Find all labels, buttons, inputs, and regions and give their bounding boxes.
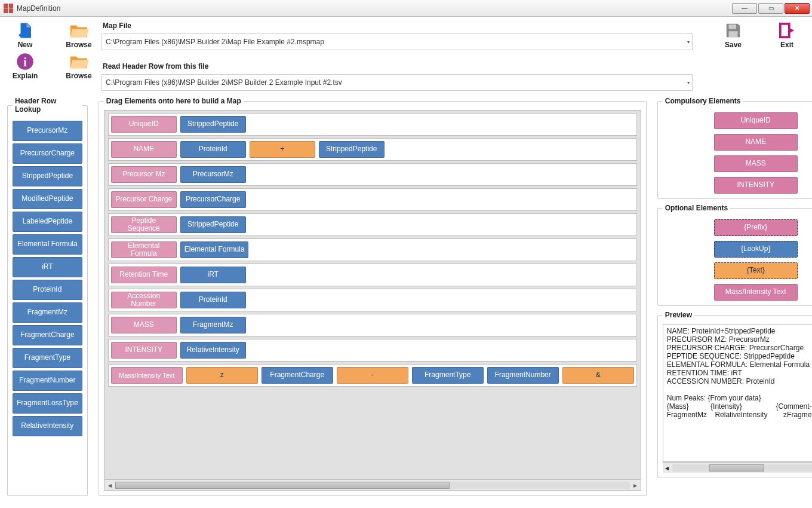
lookup-item[interactable]: LabeledPeptide	[13, 212, 82, 232]
map-element[interactable]: StrippedPeptide	[180, 116, 246, 133]
map-element[interactable]: UniqueID	[111, 116, 177, 133]
map-element[interactable]: Precursor Mz	[111, 166, 177, 183]
map-element[interactable]: StrippedPeptide	[319, 141, 385, 158]
lookup-item[interactable]: PrecursorMz	[13, 121, 82, 141]
svg-rect-2	[729, 25, 737, 29]
map-element[interactable]: iRT	[180, 267, 246, 283]
lookup-item[interactable]: iRT	[13, 257, 82, 277]
map-element[interactable]: MASS	[111, 317, 177, 333]
optional-panel: Optional Elements {Prefix}{LookUp}{Text}…	[657, 204, 812, 306]
compulsory-panel: Compulsory Elements UniqueIDNAMEMASSINTE…	[657, 97, 812, 199]
compulsory-element[interactable]: NAME	[714, 134, 798, 151]
chevron-down-icon: ▾	[687, 80, 690, 85]
lookup-item[interactable]: FragmentLossType	[13, 393, 82, 414]
map-row[interactable]: Peptide SequenceStrippedPeptide	[108, 213, 637, 236]
map-file-label: Map File	[103, 22, 693, 30]
browse-map-button[interactable]: Browse	[61, 22, 97, 49]
optional-element[interactable]: {LookUp}	[714, 241, 798, 258]
preview-text: NAME: ProteinId+StrippedPeptide PRECURSO…	[663, 324, 812, 462]
save-button[interactable]: Save	[715, 22, 751, 49]
map-element[interactable]: PrecursorMz	[180, 166, 246, 183]
map-row[interactable]: NAMEProteinId+StrippedPeptide	[108, 138, 637, 161]
folder-open-icon	[68, 53, 90, 71]
map-element[interactable]: &	[562, 367, 634, 384]
map-row[interactable]: MASSFragmentMz	[108, 314, 637, 336]
preview-scrollbar[interactable]: ◂ ▸	[663, 462, 812, 473]
map-element[interactable]: StrippedPeptide	[180, 216, 246, 233]
lookup-item[interactable]: ProteinId	[13, 280, 82, 300]
map-scrollbar[interactable]: ◂▸	[104, 479, 641, 490]
map-element[interactable]: Accession Number	[111, 292, 177, 308]
header-lookup-panel: Header Row Lookup PrecursorMzPrecursorCh…	[7, 97, 88, 496]
window-title: MapDefinition	[17, 4, 60, 13]
map-element[interactable]: Precursor Charge	[111, 191, 177, 208]
explain-button[interactable]: i Explain	[7, 53, 43, 80]
minimize-button[interactable]: —	[732, 3, 757, 14]
preview-panel: Preview NAME: ProteinId+StrippedPeptide …	[657, 311, 812, 478]
map-row[interactable]: INTENSITYRelativeIntensity	[108, 339, 637, 362]
folder-open-icon	[68, 22, 90, 39]
map-element[interactable]: +	[250, 141, 315, 158]
map-element[interactable]: RelativeIntensity	[180, 342, 246, 359]
svg-text:i: i	[23, 56, 27, 69]
map-element[interactable]: ProteinId	[180, 141, 246, 158]
app-icon	[4, 4, 13, 13]
map-element[interactable]: Retention Time	[111, 267, 177, 283]
browse-header-button[interactable]: Browse	[61, 53, 97, 80]
lookup-item[interactable]: FragmentCharge	[13, 325, 82, 345]
compulsory-element[interactable]: UniqueID	[714, 112, 798, 129]
optional-element[interactable]: Mass/Intensity Text	[714, 284, 798, 301]
svg-rect-3	[729, 31, 738, 37]
lookup-item[interactable]: StrippedPeptide	[13, 166, 82, 186]
exit-icon	[776, 22, 798, 39]
lookup-item[interactable]: ModifiedPeptide	[13, 189, 82, 209]
save-icon	[722, 22, 744, 39]
map-element[interactable]: Mass/Intensity Text	[111, 367, 183, 384]
header-file-combo[interactable]: C:\Program Files (x86)\MSP Builder 2\MSP…	[102, 74, 693, 91]
map-element[interactable]: Elemental Formula	[180, 241, 249, 258]
map-element[interactable]: FragmentType	[412, 367, 484, 384]
map-element[interactable]: Peptide Sequence	[111, 216, 177, 233]
map-row[interactable]: Precursor MzPrecursorMz	[108, 163, 637, 186]
lookup-item[interactable]: FragmentNumber	[13, 371, 82, 391]
lookup-item[interactable]: FragmentMz	[13, 302, 82, 323]
maximize-button[interactable]: ▭	[758, 3, 783, 14]
exit-button[interactable]: Exit	[769, 22, 805, 49]
map-element[interactable]: FragmentCharge	[262, 367, 333, 384]
map-row[interactable]: Accession NumberProteinId	[108, 289, 637, 311]
map-row[interactable]: Precursor ChargePrecursorCharge	[108, 188, 637, 211]
map-row[interactable]: Mass/Intensity TextzFragmentCharge-Fragm…	[108, 364, 637, 387]
file-new-icon	[14, 22, 36, 39]
info-icon: i	[14, 53, 36, 71]
map-element[interactable]: FragmentMz	[180, 317, 246, 333]
map-file-combo[interactable]: C:\Program Files (x86)\MSP Builder 2\Map…	[102, 33, 693, 50]
map-element[interactable]: z	[186, 367, 258, 384]
chevron-down-icon: ▾	[687, 39, 690, 45]
map-element[interactable]: NAME	[111, 141, 177, 158]
optional-element[interactable]: {Text}	[714, 262, 798, 279]
map-element[interactable]: INTENSITY	[111, 342, 177, 359]
lookup-item[interactable]: RelativeIntensity	[13, 416, 82, 436]
map-row[interactable]: Retention TimeiRT	[108, 264, 637, 286]
close-button[interactable]: ✕	[785, 3, 810, 14]
map-element[interactable]: FragmentNumber	[487, 367, 559, 384]
new-button[interactable]: New	[7, 22, 43, 49]
map-element[interactable]: Elemental Formula	[111, 241, 177, 258]
map-element[interactable]: ProteinId	[180, 292, 246, 308]
optional-element[interactable]: {Prefix}	[714, 219, 798, 236]
map-row[interactable]: Elemental FormulaElemental Formula	[108, 238, 637, 261]
lookup-item[interactable]: Elemental Formula	[13, 234, 82, 255]
map-element[interactable]: PrecursorCharge	[180, 191, 246, 208]
compulsory-element[interactable]: INTENSITY	[714, 177, 798, 194]
map-builder-panel: Drag Elements onto here to build a Map U…	[99, 97, 647, 496]
svg-rect-4	[780, 24, 789, 38]
title-bar: MapDefinition — ▭ ✕	[0, 0, 812, 17]
map-row[interactable]: UniqueIDStrippedPeptide	[108, 113, 637, 136]
lookup-item[interactable]: PrecursorCharge	[13, 143, 82, 164]
map-element[interactable]: -	[337, 367, 408, 384]
compulsory-element[interactable]: MASS	[714, 155, 798, 172]
lookup-item[interactable]: FragmentType	[13, 348, 82, 368]
header-file-label: Read Header Row from this file	[103, 62, 693, 71]
